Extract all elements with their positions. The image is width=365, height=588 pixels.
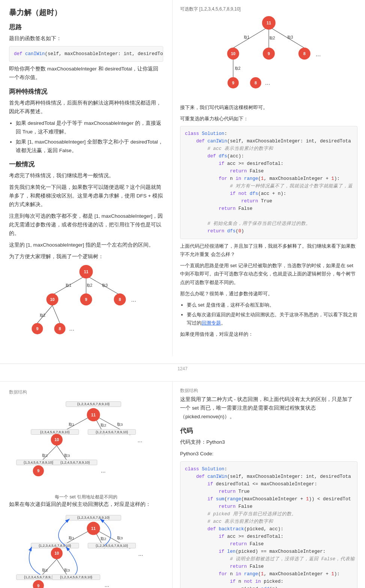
special-case-1: 如果 desiredTotal 是小于等于 maxChoosableIntege… bbox=[16, 119, 163, 136]
svg-text:{1,2,3,4,5,6,7,8,9,10}: {1,2,3,4,5,6,7,8,9,10} bbox=[77, 516, 110, 519]
svg-text:8: 8 bbox=[254, 81, 257, 85]
para-signature: 题目的函数签名如下： bbox=[9, 34, 163, 43]
svg-text:取1: 取1 bbox=[244, 35, 250, 39]
code-support: 代码支持：Python3 bbox=[180, 438, 357, 447]
special-case-2: 如果 [1, maxChoosableInteger] 全部数字之和小于 des… bbox=[16, 138, 163, 155]
svg-text:...: ... bbox=[101, 467, 106, 474]
svg-text:9: 9 bbox=[37, 468, 39, 473]
svg-text:...: ... bbox=[131, 296, 136, 303]
para-general-3: 注意到每次可选的数字都不变，都是 [1, maxChoosableInteger… bbox=[9, 212, 163, 238]
svg-text:9: 9 bbox=[232, 81, 234, 85]
section-title-thoughts: 思路 bbox=[9, 23, 163, 31]
svg-text:取3: 取3 bbox=[102, 283, 108, 287]
svg-text:{1,2,3,4,5,6,7,8,9,10}: {1,2,3,4,5,6,7,8,9,10} bbox=[96, 544, 128, 548]
svg-text:取3: 取3 bbox=[117, 536, 123, 540]
right-para4: 一个直观的思路是使用 set 记录已经被取的数字，当选数字的时候，如果是在 se… bbox=[180, 262, 357, 286]
ds-label-right: 数据结构 bbox=[180, 388, 357, 394]
code-block-right-1: class Solution: def canIWin(self, maxCho… bbox=[180, 126, 357, 239]
svg-text:9: 9 bbox=[85, 297, 87, 302]
svg-text:取1: 取1 bbox=[69, 422, 74, 426]
svg-text:11: 11 bbox=[266, 21, 271, 25]
svg-text:10: 10 bbox=[54, 551, 59, 555]
svg-text:9: 9 bbox=[36, 326, 38, 331]
tree-diagram-1: 取1 取2 取3 11 10 9 8 ... 取2 9 bbox=[9, 265, 163, 345]
right-para2: 可重复选的暴力核心代码如下： bbox=[180, 115, 357, 123]
para-special-intro: 首先考虑两种特殊情况，后面所有的解法这两种特殊情况都适用，因此不再赘述。 bbox=[9, 99, 163, 116]
svg-text:9: 9 bbox=[267, 51, 270, 56]
para-general-2: 首先我们来简化一下问题，如果数字可以随便选呢？这个问题就简单多了，和爬楼梯没啥区… bbox=[9, 183, 163, 209]
svg-text:...: ... bbox=[104, 582, 109, 588]
bottom-right-col: 数据结构 这里我用了第二种方式 - 状态回溯，和上面代码没有太大的区别，只是加了… bbox=[173, 382, 365, 588]
ds-label-left: 数据结构 bbox=[9, 389, 163, 395]
svg-text:取1: 取1 bbox=[69, 536, 74, 540]
para-desc: 即给你两个整数 maxChoosableInteger 和 desiredTot… bbox=[9, 65, 163, 82]
svg-text:10: 10 bbox=[50, 297, 54, 302]
right-bullets: 要么 set 是值传递，这样不会相互影响。 要么每次递归返回的是时候主动回溯状态… bbox=[187, 301, 357, 327]
svg-text:10: 10 bbox=[231, 51, 235, 56]
page-number-1: 1247 bbox=[0, 364, 365, 374]
svg-text:8: 8 bbox=[119, 297, 121, 302]
svg-text:取3: 取3 bbox=[64, 568, 70, 572]
svg-text:11: 11 bbox=[84, 269, 88, 274]
right-para1: 接下来，我们写代码遍历这棵模树即可。 bbox=[180, 103, 357, 112]
svg-text:...: ... bbox=[316, 51, 321, 57]
svg-text:{1,2,3,4,5,6,7,8,9,10}: {1,2,3,4,5,6,7,8,9,10} bbox=[60, 575, 92, 579]
left-column-page1: 暴力解（超时） 思路 题目的函数签名如下： def canIWin(self, … bbox=[0, 0, 173, 356]
svg-text:取2: 取2 bbox=[269, 36, 275, 40]
svg-text:...: ... bbox=[265, 79, 270, 86]
svg-text:取2: 取2 bbox=[87, 283, 93, 287]
tree-svg-right-1: 取1 取2 取3 11 10 9 8 ... 取2 9 bbox=[180, 16, 357, 99]
svg-text:{2,3,4,5,6,7,8,9,10}: {2,3,4,5,6,7,8,9,10} bbox=[40, 430, 69, 434]
svg-line-23 bbox=[233, 27, 269, 48]
svg-text:...: ... bbox=[69, 325, 74, 332]
section-title-general: 一般情况 bbox=[9, 160, 163, 169]
svg-text:11: 11 bbox=[91, 413, 96, 417]
right-column-page1: 可选数字 [1,2,3,4,5,6,7,8,9,10] 取1 取2 取3 11 … bbox=[173, 0, 365, 356]
svg-text:10: 10 bbox=[54, 437, 59, 442]
svg-text:取2: 取2 bbox=[101, 537, 106, 541]
svg-text:8: 8 bbox=[59, 326, 61, 331]
page2-wrapper: 数据结构 取1 取2 取3 {1,2,3,4,5,6,7,8,9,10} 11 … bbox=[0, 381, 365, 588]
svg-text:取2: 取2 bbox=[42, 568, 48, 572]
svg-text:11: 11 bbox=[91, 526, 96, 531]
caption-sets-top: 每一个 set 引用地址都是不同的 bbox=[9, 494, 163, 500]
tree-svg-1: 取1 取2 取3 11 10 9 8 ... 取2 9 bbox=[9, 265, 163, 344]
svg-text:取3: 取3 bbox=[117, 422, 123, 426]
svg-text:取2: 取2 bbox=[235, 66, 241, 70]
small-label-right: 可选数字 [1,2,3,4,5,6,7,8,9,10] bbox=[180, 6, 357, 12]
svg-text:取3: 取3 bbox=[64, 453, 70, 458]
svg-text:...: ... bbox=[138, 551, 143, 557]
code-section-title: 代码 bbox=[180, 426, 357, 435]
para-compare: 如果在每次递归返回的是时候主动回溯状态，对应是这样的： bbox=[9, 500, 163, 509]
section-title-special: 两种特殊情况 bbox=[9, 87, 163, 96]
tree-svg-sets-1: 取1 取2 取3 {1,2,3,4,5,6,7,8,9,10} 11 {2,3,… bbox=[9, 399, 163, 489]
code-block-backtrack: class Solution: def canIWin(self, maxCho… bbox=[180, 461, 357, 588]
svg-line-16 bbox=[53, 305, 60, 323]
svg-text:取2: 取2 bbox=[40, 313, 46, 317]
right-para5: 那怎么办呢？很简单，通过参数传递即可。 bbox=[180, 290, 357, 298]
backtrack-link[interactable]: 回溯专题 bbox=[201, 320, 221, 326]
tree-svg-sets-2: 取1 取2 取3 {1,2,3,4,5,6,7,8,9,10} 11 {1,2,… bbox=[9, 513, 163, 588]
right-bullet-1: 要么 set 是值传递，这样不会相互影响。 bbox=[187, 301, 357, 309]
page-separator-1: 1247 bbox=[0, 364, 365, 374]
svg-text:{1,2,3,4,5,6,7,8,9,10}: {1,2,3,4,5,6,7,8,9,10} bbox=[24, 575, 56, 579]
svg-text:{1,2,3,4,5,6,7,8,9,10}: {1,2,3,4,5,6,7,8,9,10} bbox=[96, 430, 128, 434]
svg-text:{1,2,3,4,5,6,7,8,9,10}: {1,2,3,4,5,6,7,8,9,10} bbox=[77, 402, 110, 406]
svg-text:{1,3,4,5,6,7,8,9,10}: {1,3,4,5,6,7,8,9,10} bbox=[24, 461, 53, 464]
page1-wrapper: 暴力解（超时） 思路 题目的函数签名如下： def canIWin(self, … bbox=[0, 0, 365, 356]
svg-text:...: ... bbox=[138, 437, 143, 443]
svg-text:取1: 取1 bbox=[66, 283, 72, 287]
para-general-1: 考虑完了特殊情况，我们继续思考一般情况。 bbox=[9, 172, 163, 180]
svg-text:取3: 取3 bbox=[287, 35, 293, 39]
code-signature: def canIWin(self, maxChoosableInteger: i… bbox=[9, 46, 163, 62]
bottom-left-col: 数据结构 取1 取2 取3 {1,2,3,4,5,6,7,8,9,10} 11 … bbox=[0, 382, 173, 588]
svg-text:取2: 取2 bbox=[101, 423, 106, 427]
special-cases-list: 如果 desiredTotal 是小于等于 maxChoosableIntege… bbox=[16, 119, 163, 155]
right-bullet-2: 要么每次递归返回的是时候主动回溯状态。关于这块不熟悉的，可以看下我之前写过的回溯… bbox=[187, 311, 357, 327]
tree-diagram-sets-1: 取1 取2 取3 {1,2,3,4,5,6,7,8,9,10} 11 {2,3,… bbox=[9, 399, 163, 490]
right-bottom-para1: 这里我用了第二种方式 - 状态回溯，和上面代码没有太大的区别，只是加了一个 se… bbox=[180, 395, 357, 421]
right-para6: 如果使用值传递，对应是这样的： bbox=[180, 330, 357, 338]
tree-diagram-sets-2: 取1 取2 取3 {1,2,3,4,5,6,7,8,9,10} 11 {1,2,… bbox=[9, 513, 163, 588]
para-general-4: 这里的 [1, maxChoosableInteger] 指的是一个左右闭合的区… bbox=[9, 241, 163, 250]
svg-text:{1,2,4,5,6,7,8,9,10}: {1,2,4,5,6,7,8,9,10} bbox=[60, 461, 90, 464]
